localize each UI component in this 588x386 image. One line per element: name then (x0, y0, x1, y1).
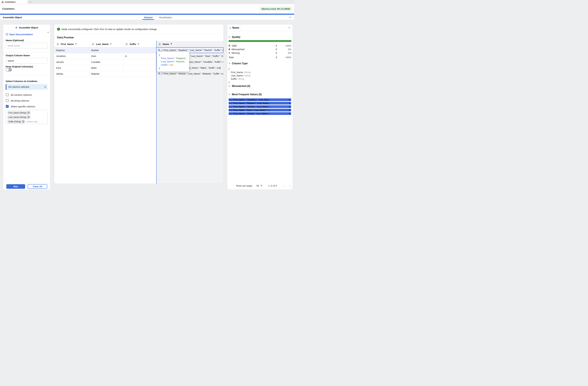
tooltip-line: "First_Name": "Raylene", (159, 57, 187, 60)
frequent-value-count: 1 (289, 105, 290, 108)
node-tab-label: Assemble Object (3, 16, 22, 19)
config-panel: Assemble Object Open Documentation Name … (3, 24, 50, 190)
option-label: All numeric columns (11, 94, 32, 96)
chip-remove-icon[interactable]: ✕ (22, 120, 24, 123)
json-value: { "First_Name": "Alishia", "Last_Name": … (162, 72, 223, 75)
name-optional-label: Name (Optional) (6, 39, 24, 42)
chevron-down-icon[interactable] (289, 17, 292, 18)
node-tab-assemble-object[interactable]: Assemble Object (0, 15, 24, 20)
workspace-tab-customers[interactable]: Customers (0, 0, 28, 4)
tab-dataset[interactable]: Dataset (143, 15, 153, 20)
column-type-section-header[interactable]: Column Type (229, 62, 248, 65)
config-panel-header: Assemble Object (3, 24, 50, 31)
inspector-close-icon[interactable]: ✕ (288, 26, 290, 29)
option-all-string-columns[interactable]: All string columns (6, 99, 29, 102)
zoom-in-icon (158, 72, 161, 75)
run-button[interactable]: Run (6, 184, 25, 189)
column-header-label: First_Name (61, 43, 74, 45)
column-header-label: Name (163, 43, 169, 45)
flow-graph-icon (1, 1, 4, 3)
column-header-first-name[interactable]: A First_Name (54, 41, 89, 47)
tooltip-line: "Suffix": null (159, 63, 187, 66)
tooltip-close-brace: } (159, 66, 187, 70)
dropdown-caret-icon (260, 185, 262, 186)
table-row[interactable]: Kyra Babs { "First_Name": "Kyra", "Last_… (54, 65, 223, 71)
rows-per-page-label: Rows per page: (236, 184, 253, 187)
column-multiselect[interactable]: First_Name (String) ✕ Last_Name (String)… (6, 110, 48, 124)
multiselect-caret-icon[interactable]: ▾ (47, 31, 49, 34)
frequent-value-bar[interactable]: { "First_Name": "Raylene", "Last_Name...… (229, 102, 291, 104)
drop-original-columns-label: Drop Original Column(s) (6, 65, 33, 68)
inspector-header: {} Name ✕ (227, 24, 293, 31)
frequent-value-bar[interactable]: { "First_Name": "Kyra", "Last_Name": "..… (229, 109, 291, 111)
view-tabs: Dataset Visualization (143, 15, 173, 20)
column-header-name[interactable]: {} Name (156, 41, 223, 47)
frequent-value-label: { "First_Name": "Kyra", "Last_Name": "..… (231, 109, 289, 111)
most-frequent-values-section-header[interactable]: Most Frequent Values (5) (229, 93, 262, 96)
cell-name-json[interactable]: { "First_Name": "Alishia", "Last_Name": … (156, 71, 223, 77)
frequent-value-bar[interactable]: { "First_Name": "Jonathon", "Last_Nam...… (229, 98, 291, 101)
section-title: Column Type (232, 62, 248, 65)
frequent-value-bar[interactable]: { "First_Name": "Alishia", "Last_Name":.… (229, 112, 291, 115)
option-select-specific-columns[interactable]: ✓ Select specific columns (6, 105, 35, 108)
frequent-value-label: { "First_Name": "Jonathon", "Last_Nam... (231, 99, 289, 101)
missing-dot-icon (229, 52, 230, 54)
table-row[interactable]: Raylene Rachel { "First_Name": "Raylene"… (54, 47, 223, 53)
table-header: A First_Name A Last_Name A Suffix {} Nam… (54, 41, 223, 47)
rows-per-page-select[interactable]: 50 (256, 184, 262, 187)
config-footer: Run Clear All (3, 183, 50, 189)
cell-first-name: Jericho (54, 59, 89, 65)
tab-visualization[interactable]: Visualization (158, 15, 173, 20)
checkbox-checked[interactable]: ✓ (6, 105, 9, 108)
table-row[interactable]: Alishia Babette { "First_Name": "Alishia… (54, 71, 223, 77)
object-type-icon: {} (158, 42, 162, 46)
status-message: Node successfully configured. Click 'Run… (62, 28, 157, 30)
string-type-icon: A (125, 42, 128, 46)
column-header-label: Suffix (129, 43, 136, 45)
subnav: Assemble Object Dataset Visualization (0, 15, 294, 20)
column-header-last-name[interactable]: A Last_Name (89, 41, 123, 47)
table-row[interactable]: Jericho Candida { "First_Name": "Jericho… (54, 59, 223, 65)
previous-page-icon[interactable]: ‹ (283, 184, 284, 187)
table-row[interactable]: Jonathon Kian Jr. { "First_Name": "Jonat… (54, 53, 223, 59)
valid-dot-icon (229, 45, 230, 46)
quality-section-header[interactable]: Quality (229, 36, 240, 39)
success-check-icon: ✓ (57, 28, 60, 31)
expand-caret-icon (230, 103, 230, 104)
option-all-numeric-columns[interactable]: All numeric columns (6, 93, 32, 96)
frequent-value-count: 1 (289, 102, 290, 104)
option-label: Select specific columns (11, 105, 35, 108)
collapse-caret-icon (229, 86, 230, 87)
mismatched-section-header[interactable]: Mismatched (0) (229, 85, 250, 87)
columns-selected-text: 3/3 columns selected (8, 86, 29, 88)
open-documentation-label: Open Documentation (9, 33, 33, 36)
column-header-suffix[interactable]: A Suffix (123, 41, 156, 47)
column-inspector: {} Name ✕ Quality Valid 5 100% Mismatche… (227, 24, 293, 190)
data-preview-card: ✓ Node successfully configured. Click 'R… (54, 24, 224, 184)
new-tab-button[interactable]: + (28, 0, 33, 4)
checkbox-unchecked[interactable] (6, 93, 9, 96)
open-documentation-link[interactable]: Open Documentation (6, 33, 33, 36)
drop-original-columns-toggle[interactable] (6, 68, 12, 72)
tooltip-open-brace: { (159, 53, 187, 57)
section-title: Most Frequent Values (5) (232, 93, 262, 96)
cell-last-name: Babs (89, 65, 123, 71)
output-column-name-input[interactable] (6, 58, 48, 63)
config-panel-title: Assemble Object (19, 26, 38, 29)
clear-all-button[interactable]: Clear All (28, 184, 47, 189)
chip-label: Last_Name (String) (8, 116, 26, 118)
frequent-value-bar[interactable]: { "First_Name": "Jericho", "Last_Name"..… (229, 105, 291, 108)
rows-per-page-value: 50 (256, 184, 259, 187)
checkbox-unchecked[interactable] (6, 99, 9, 102)
chip-remove-icon[interactable]: ✕ (27, 116, 30, 118)
string-type-icon: A (56, 42, 60, 46)
column-select-input[interactable] (27, 120, 40, 123)
chip-first-name: First_Name (String) ✕ (7, 111, 31, 115)
infobox-close-icon[interactable]: ✕ (44, 86, 46, 88)
section-title: Quality (232, 36, 240, 39)
cell-last-name: Candida (89, 59, 123, 65)
chip-remove-icon[interactable]: ✕ (27, 112, 30, 114)
next-page-icon[interactable]: › (290, 184, 291, 187)
node-name-input[interactable] (6, 43, 48, 48)
json-tooltip: { "First_Name": "Raylene", "Last_Name": … (157, 52, 189, 72)
